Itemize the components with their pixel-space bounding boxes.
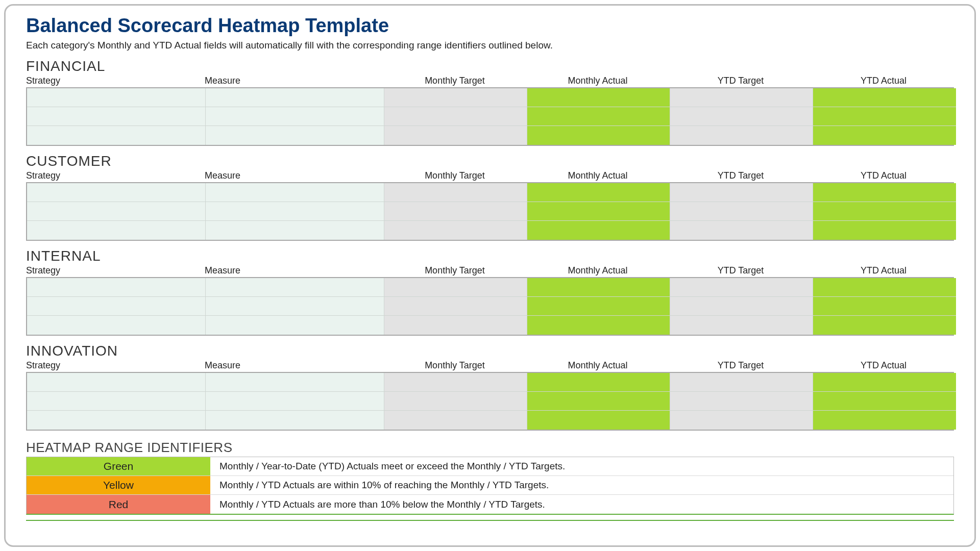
cell-measure[interactable] — [206, 373, 384, 392]
cell-measure[interactable] — [206, 183, 384, 202]
cell-ytd-target[interactable] — [670, 392, 813, 411]
cell-ytd-target[interactable] — [670, 316, 813, 335]
cell-strategy[interactable] — [27, 126, 206, 145]
cell-monthly-target[interactable] — [384, 411, 527, 430]
cell-monthly-target[interactable] — [384, 126, 527, 145]
grid-internal — [26, 277, 954, 336]
col-monthly-target: Monthly Target — [383, 360, 526, 371]
section-title-financial: FINANCIAL — [26, 58, 954, 74]
cell-measure[interactable] — [206, 107, 384, 126]
cell-strategy[interactable] — [27, 278, 206, 297]
table-row — [27, 221, 953, 240]
cell-ytd-target[interactable] — [670, 202, 813, 221]
cell-monthly-actual[interactable] — [527, 297, 670, 316]
table-row — [27, 88, 953, 107]
cell-ytd-target[interactable] — [670, 411, 813, 430]
column-labels-financial: Strategy Measure Monthly Target Monthly … — [26, 76, 954, 86]
col-monthly-target: Monthly Target — [383, 265, 526, 276]
cell-strategy[interactable] — [27, 392, 206, 411]
range-label-yellow: Yellow — [27, 476, 210, 494]
range-row-red: Red Monthly / YTD Actuals are more than … — [27, 495, 953, 514]
cell-ytd-target[interactable] — [670, 126, 813, 145]
cell-monthly-actual[interactable] — [527, 373, 670, 392]
cell-monthly-actual[interactable] — [527, 316, 670, 335]
table-row — [27, 297, 953, 316]
cell-monthly-actual[interactable] — [527, 126, 670, 145]
table-row — [27, 411, 953, 430]
cell-monthly-actual[interactable] — [527, 278, 670, 297]
cell-measure[interactable] — [206, 297, 384, 316]
cell-ytd-actual[interactable] — [813, 183, 956, 202]
cell-strategy[interactable] — [27, 297, 206, 316]
cell-ytd-target[interactable] — [670, 183, 813, 202]
range-label-red: Red — [27, 495, 210, 514]
col-strategy: Strategy — [26, 360, 205, 371]
cell-monthly-target[interactable] — [384, 316, 527, 335]
grid-innovation — [26, 372, 954, 431]
cell-monthly-actual[interactable] — [527, 183, 670, 202]
cell-ytd-target[interactable] — [670, 297, 813, 316]
cell-ytd-actual[interactable] — [813, 297, 956, 316]
col-measure: Measure — [205, 170, 383, 181]
cell-ytd-target[interactable] — [670, 107, 813, 126]
cell-ytd-actual[interactable] — [813, 316, 956, 335]
section-title-innovation: INNOVATION — [26, 343, 954, 359]
cell-ytd-actual[interactable] — [813, 392, 956, 411]
grid-financial — [26, 87, 954, 146]
cell-monthly-target[interactable] — [384, 297, 527, 316]
range-identifiers-table: Green Monthly / Year-to-Date (YTD) Actua… — [26, 457, 954, 515]
cell-ytd-target[interactable] — [670, 373, 813, 392]
range-desc-yellow: Monthly / YTD Actuals are within 10% of … — [210, 476, 953, 494]
cell-monthly-target[interactable] — [384, 107, 527, 126]
cell-monthly-actual[interactable] — [527, 411, 670, 430]
cell-measure[interactable] — [206, 202, 384, 221]
cell-monthly-actual[interactable] — [527, 392, 670, 411]
cell-ytd-actual[interactable] — [813, 221, 956, 240]
cell-strategy[interactable] — [27, 316, 206, 335]
cell-ytd-target[interactable] — [670, 221, 813, 240]
cell-ytd-actual[interactable] — [813, 88, 956, 107]
range-desc-green: Monthly / Year-to-Date (YTD) Actuals mee… — [210, 457, 953, 475]
cell-ytd-actual[interactable] — [813, 202, 956, 221]
col-monthly-actual: Monthly Actual — [526, 265, 669, 276]
cell-measure[interactable] — [206, 88, 384, 107]
cell-monthly-actual[interactable] — [527, 202, 670, 221]
cell-monthly-target[interactable] — [384, 221, 527, 240]
cell-ytd-actual[interactable] — [813, 126, 956, 145]
cell-ytd-target[interactable] — [670, 278, 813, 297]
cell-strategy[interactable] — [27, 411, 206, 430]
cell-measure[interactable] — [206, 316, 384, 335]
cell-monthly-actual[interactable] — [527, 221, 670, 240]
cell-monthly-target[interactable] — [384, 373, 527, 392]
cell-strategy[interactable] — [27, 88, 206, 107]
cell-monthly-target[interactable] — [384, 392, 527, 411]
cell-measure[interactable] — [206, 411, 384, 430]
cell-strategy[interactable] — [27, 183, 206, 202]
col-measure: Measure — [205, 76, 383, 86]
table-row — [27, 316, 953, 335]
cell-measure[interactable] — [206, 126, 384, 145]
cell-monthly-target[interactable] — [384, 202, 527, 221]
cell-strategy[interactable] — [27, 373, 206, 392]
cell-ytd-target[interactable] — [670, 88, 813, 107]
col-ytd-actual: YTD Actual — [812, 265, 955, 276]
cell-strategy[interactable] — [27, 107, 206, 126]
cell-strategy[interactable] — [27, 221, 206, 240]
cell-ytd-actual[interactable] — [813, 373, 956, 392]
cell-measure[interactable] — [206, 278, 384, 297]
cell-monthly-actual[interactable] — [527, 107, 670, 126]
cell-measure[interactable] — [206, 392, 384, 411]
cell-monthly-target[interactable] — [384, 88, 527, 107]
cell-ytd-actual[interactable] — [813, 278, 956, 297]
col-measure: Measure — [205, 360, 383, 371]
cell-measure[interactable] — [206, 221, 384, 240]
cell-strategy[interactable] — [27, 202, 206, 221]
cell-ytd-actual[interactable] — [813, 107, 956, 126]
cell-monthly-target[interactable] — [384, 183, 527, 202]
table-row — [27, 392, 953, 411]
cell-ytd-actual[interactable] — [813, 411, 956, 430]
table-row — [27, 107, 953, 126]
col-strategy: Strategy — [26, 76, 205, 86]
cell-monthly-actual[interactable] — [527, 88, 670, 107]
cell-monthly-target[interactable] — [384, 278, 527, 297]
